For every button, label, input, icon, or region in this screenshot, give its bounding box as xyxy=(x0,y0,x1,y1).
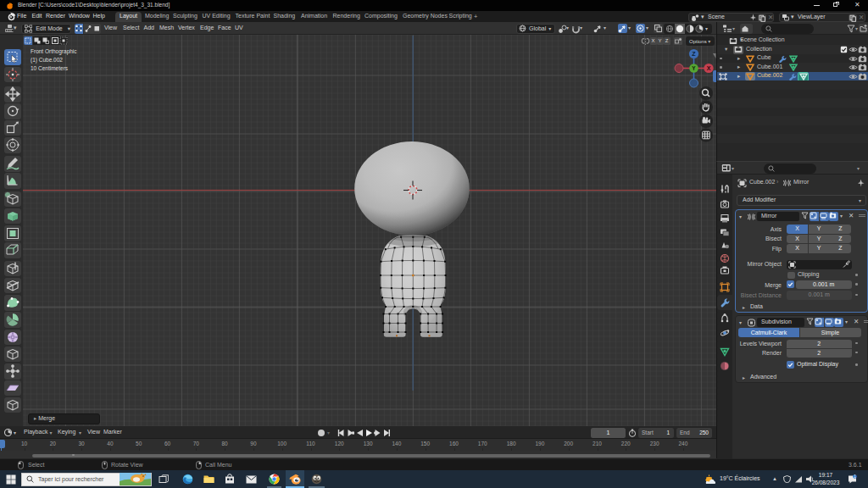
svg-text:Z: Z xyxy=(692,51,696,57)
svg-text:Y: Y xyxy=(692,65,696,71)
svg-text:X: X xyxy=(707,65,711,71)
